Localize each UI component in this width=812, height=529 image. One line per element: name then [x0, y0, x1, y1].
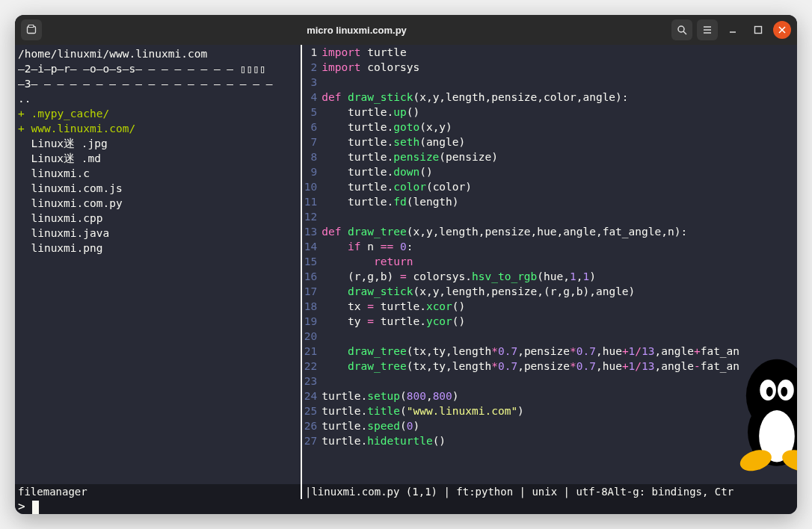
- cursor: [32, 501, 39, 514]
- decor-line-2: —3— — — — — — — — — — — — — — — — — — —: [18, 76, 298, 91]
- file-entry[interactable]: linuxmi.java: [18, 226, 298, 241]
- line-number: 12: [302, 209, 322, 224]
- code-text: def draw_stick(x,y,length,pensize,color,…: [322, 90, 797, 105]
- line-number: 11: [302, 194, 322, 209]
- code-text: [322, 209, 797, 224]
- maximize-button[interactable]: [748, 19, 769, 40]
- file-entry[interactable]: Linux迷 .jpg: [18, 136, 298, 151]
- search-button[interactable]: [671, 19, 692, 40]
- code-text: turtle.speed(0): [322, 418, 797, 433]
- code-text: draw_tree(tx,ty,length*0.7,pensize*0.7,h…: [322, 344, 797, 359]
- prompt: >: [18, 499, 32, 513]
- command-bar[interactable]: >: [15, 499, 797, 514]
- code-text: turtle.seth(angle): [322, 134, 797, 149]
- code-text: turtle.setup(800,800): [322, 389, 797, 403]
- code-text: [322, 374, 797, 389]
- code-text: import colorsys: [322, 60, 797, 75]
- code-line[interactable]: 24turtle.setup(800,800): [302, 389, 797, 403]
- tab-icon: [26, 25, 37, 35]
- line-number: 19: [302, 314, 322, 329]
- file-entry[interactable]: linuxmi.c: [18, 166, 298, 181]
- code-line[interactable]: 27turtle.hideturtle(): [302, 433, 797, 448]
- file-entry[interactable]: linuxmi.com.js: [18, 181, 298, 196]
- code-line[interactable]: 23: [302, 374, 797, 389]
- code-line[interactable]: 6 turtle.goto(x,y): [302, 120, 797, 134]
- line-number: 14: [302, 239, 322, 254]
- code-text: turtle.down(): [322, 164, 797, 179]
- line-number: 10: [302, 179, 322, 194]
- code-text: turtle.pensize(pensize): [322, 149, 797, 164]
- hamburger-icon: [702, 25, 713, 35]
- line-number: 6: [302, 120, 322, 134]
- code-line[interactable]: 9 turtle.down(): [302, 164, 797, 179]
- new-tab-button[interactable]: [21, 19, 42, 40]
- code-line[interactable]: 12: [302, 209, 797, 224]
- code-line[interactable]: 1import turtle: [302, 45, 797, 60]
- code-editor[interactable]: 1import turtle2import colorsys34def draw…: [302, 45, 797, 484]
- code-line[interactable]: 13def draw_tree(x,y,length,pensize,hue,a…: [302, 224, 797, 239]
- code-line[interactable]: 5 turtle.up(): [302, 105, 797, 120]
- line-number: 9: [302, 164, 322, 179]
- menu-button[interactable]: [697, 19, 718, 40]
- code-text: tx = turtle.xcor(): [322, 299, 797, 314]
- code-line[interactable]: 19 ty = turtle.ycor(): [302, 314, 797, 329]
- file-entry[interactable]: linuxmi.com.py: [18, 196, 298, 211]
- dir-entry[interactable]: + www.linuxmi.com/: [18, 121, 298, 136]
- minimize-icon: [728, 25, 738, 35]
- code-text: import turtle: [322, 45, 797, 60]
- code-line[interactable]: 10 turtle.color(color): [302, 179, 797, 194]
- line-number: 25: [302, 403, 322, 418]
- line-number: 5: [302, 105, 322, 120]
- code-line[interactable]: 8 turtle.pensize(pensize): [302, 149, 797, 164]
- code-text: if n == 0:: [322, 239, 797, 254]
- search-icon: [677, 25, 687, 35]
- code-text: turtle.up(): [322, 105, 797, 120]
- code-line[interactable]: 25turtle.title("www.linuxmi.com"): [302, 403, 797, 418]
- status-left: filemanager: [15, 484, 302, 499]
- close-icon: [778, 26, 786, 34]
- code-text: turtle.fd(length): [322, 194, 797, 209]
- dir-entry[interactable]: + .mypy_cache/: [18, 106, 298, 121]
- status-right: |linuxmi.com.py (1,1) | ft:python | unix…: [302, 484, 797, 499]
- code-line[interactable]: 26turtle.speed(0): [302, 418, 797, 433]
- code-line[interactable]: 2import colorsys: [302, 60, 797, 75]
- line-number: 22: [302, 359, 322, 374]
- parent-dir[interactable]: ..: [18, 91, 298, 106]
- code-line[interactable]: 15 return: [302, 254, 797, 269]
- code-line[interactable]: 22 draw_tree(tx,ty,length*0.7,pensize*0.…: [302, 359, 797, 374]
- code-line[interactable]: 16 (r,g,b) = colorsys.hsv_to_rgb(hue,1,1…: [302, 269, 797, 284]
- code-line[interactable]: 3: [302, 75, 797, 90]
- code-line[interactable]: 18 tx = turtle.xcor(): [302, 299, 797, 314]
- code-line[interactable]: 7 turtle.seth(angle): [302, 134, 797, 149]
- maximize-icon: [754, 25, 763, 34]
- code-text: draw_stick(x,y,length,pensize,(r,g,b),an…: [322, 284, 797, 299]
- line-number: 4: [302, 90, 322, 105]
- code-line[interactable]: 20: [302, 329, 797, 344]
- line-number: 7: [302, 134, 322, 149]
- line-number: 15: [302, 254, 322, 269]
- window-title: micro linuxmi.com.py: [42, 25, 671, 36]
- code-text: ty = turtle.ycor(): [322, 314, 797, 329]
- code-line[interactable]: 4def draw_stick(x,y,length,pensize,color…: [302, 90, 797, 105]
- file-entry[interactable]: linuxmi.png: [18, 241, 298, 256]
- close-button[interactable]: [773, 21, 791, 39]
- code-line[interactable]: 17 draw_stick(x,y,length,pensize,(r,g,b)…: [302, 284, 797, 299]
- line-number: 26: [302, 418, 322, 433]
- code-line[interactable]: 11 turtle.fd(length): [302, 194, 797, 209]
- file-entry[interactable]: linuxmi.cpp: [18, 211, 298, 226]
- line-number: 1: [302, 45, 322, 60]
- code-text: def draw_tree(x,y,length,pensize,hue,ang…: [322, 224, 797, 239]
- file-entry[interactable]: Linux迷 .md: [18, 151, 298, 166]
- svg-line-3: [683, 31, 686, 34]
- code-line[interactable]: 21 draw_tree(tx,ty,length*0.7,pensize*0.…: [302, 344, 797, 359]
- line-number: 8: [302, 149, 322, 164]
- minimize-button[interactable]: [722, 19, 743, 40]
- line-number: 13: [302, 224, 322, 239]
- line-number: 24: [302, 389, 322, 403]
- line-number: 21: [302, 344, 322, 359]
- code-text: (r,g,b) = colorsys.hsv_to_rgb(hue,1,1): [322, 269, 797, 284]
- code-text: [322, 75, 797, 90]
- editor-area: /home/linuxmi/www.linuxmi.com —2—i—p—r— …: [15, 45, 797, 484]
- file-tree[interactable]: /home/linuxmi/www.linuxmi.com —2—i—p—r— …: [15, 45, 302, 484]
- code-line[interactable]: 14 if n == 0:: [302, 239, 797, 254]
